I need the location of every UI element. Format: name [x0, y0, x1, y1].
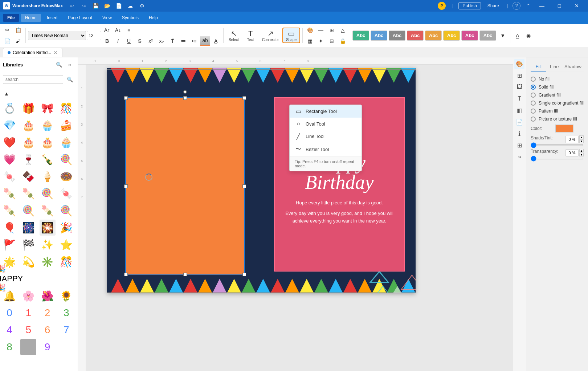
- line-tool-menu-item[interactable]: ╱ Line Tool: [290, 130, 362, 143]
- menu-help[interactable]: Help: [144, 14, 162, 22]
- fill-option-no-fill[interactable]: No fill: [531, 77, 584, 82]
- line-style-toolbar[interactable]: ―: [316, 25, 326, 35]
- shape-tool[interactable]: ▭ Shape: [282, 28, 300, 43]
- highlight-button[interactable]: ab: [200, 36, 210, 46]
- bullet-button[interactable]: •≡: [189, 36, 199, 46]
- transparency-value-input[interactable]: [565, 149, 579, 156]
- shape-style-toolbar[interactable]: ◉: [523, 30, 534, 41]
- connector-tool[interactable]: ↗ Connector: [259, 28, 282, 42]
- list-item[interactable]: 🍩: [58, 168, 74, 184]
- transparency-slider[interactable]: [531, 158, 584, 159]
- text-tool[interactable]: T Text: [242, 29, 258, 42]
- search-toggle[interactable]: 🔍: [54, 60, 64, 70]
- doc-tab-1[interactable]: Celebration Birthd... ✕: [3, 48, 62, 57]
- handle-tm[interactable]: [183, 96, 187, 100]
- menu-home[interactable]: Home: [21, 14, 41, 22]
- expand-right-btn[interactable]: »: [514, 152, 524, 162]
- superscript-button[interactable]: x²: [146, 36, 156, 46]
- tab-close-icon[interactable]: ✕: [53, 50, 58, 56]
- scroll-up[interactable]: ▲: [1, 89, 12, 99]
- list-item[interactable]: 4: [1, 322, 17, 338]
- list-item[interactable]: 💍: [1, 100, 17, 116]
- color-swatch[interactable]: [555, 125, 573, 132]
- handle-mr[interactable]: [242, 184, 246, 188]
- transparency-up[interactable]: ▲: [579, 149, 584, 152]
- font-family-select[interactable]: Times New Roman Arial Calibri: [28, 31, 86, 40]
- list-item[interactable]: ❤️: [1, 134, 17, 150]
- style-preset-3[interactable]: Abc: [389, 30, 405, 41]
- list-item[interactable]: 🎊: [58, 100, 74, 116]
- font-size-input[interactable]: [87, 31, 101, 40]
- italic-button[interactable]: I: [113, 36, 123, 46]
- list-item[interactable]: [20, 339, 36, 355]
- list-item[interactable]: 7: [58, 322, 74, 338]
- menu-view[interactable]: View: [98, 14, 116, 22]
- list-item[interactable]: 🍬: [1, 168, 17, 184]
- shade-value-input[interactable]: [565, 136, 579, 143]
- handle-tl[interactable]: [124, 96, 128, 100]
- cut-button[interactable]: ✂: [2, 25, 12, 35]
- list-item[interactable]: 🎂: [20, 134, 36, 150]
- image-btn[interactable]: 🖼: [514, 82, 524, 92]
- menu-symbols[interactable]: Symbols: [118, 14, 143, 22]
- list-item[interactable]: 🌻: [58, 288, 74, 304]
- list-item[interactable]: 💎: [1, 117, 17, 133]
- fill-option-gradient[interactable]: Gradient fill: [531, 93, 584, 98]
- list-item[interactable]: 🍡: [1, 203, 17, 219]
- text-shadow-button[interactable]: T̈: [167, 36, 177, 46]
- list-item[interactable]: 🎊: [58, 254, 74, 270]
- fill-option-picture[interactable]: Picture or texture fill: [531, 117, 584, 122]
- style-preset-6[interactable]: Abc: [443, 30, 460, 41]
- fill-color-toolbar[interactable]: 🎨: [305, 25, 315, 35]
- gradient-toolbar[interactable]: ▦: [305, 36, 315, 46]
- rectangle-tool-menu-item[interactable]: ▭ Rectangle Tool: [290, 105, 362, 118]
- font-color-button[interactable]: A̲: [211, 36, 221, 46]
- list-button[interactable]: ≔: [178, 36, 188, 46]
- menu-insert[interactable]: Insert: [42, 14, 62, 22]
- oval-tool-menu-item[interactable]: ○ Oval Tool: [290, 118, 362, 130]
- shade-up[interactable]: ▲: [579, 135, 584, 139]
- fill-option-pattern[interactable]: Pattern fill: [531, 109, 584, 114]
- list-item[interactable]: 🎁: [20, 100, 36, 116]
- tab-shadow[interactable]: Shadow: [562, 62, 584, 72]
- lock-toolbar[interactable]: 🔒: [338, 36, 348, 46]
- text-panel-btn[interactable]: T: [514, 94, 524, 104]
- align-button[interactable]: ≡: [124, 25, 134, 35]
- expand-button[interactable]: ⌃: [523, 1, 534, 11]
- subscript-button[interactable]: x₂: [156, 36, 167, 46]
- list-item[interactable]: 0: [1, 305, 17, 321]
- style-preset-2[interactable]: Abc: [371, 30, 387, 41]
- handle-bm[interactable]: [183, 273, 187, 276]
- handle-bl[interactable]: [124, 273, 128, 276]
- copy-button[interactable]: 📋: [13, 25, 23, 35]
- layout-btn[interactable]: ⊞: [514, 70, 524, 81]
- orange-rectangle[interactable]: [125, 97, 245, 275]
- grid-btn[interactable]: ⊞: [514, 140, 524, 150]
- open-button[interactable]: 📂: [102, 1, 112, 11]
- bold-button[interactable]: B: [102, 36, 112, 46]
- rotate-handle[interactable]: [183, 90, 187, 94]
- list-item[interactable]: ✨: [40, 237, 56, 253]
- list-item[interactable]: 🚩: [1, 237, 17, 253]
- list-item[interactable]: 5: [20, 322, 36, 338]
- list-item[interactable]: 🎆: [20, 220, 36, 236]
- list-item[interactable]: 🎉: [58, 220, 74, 236]
- align-distribute[interactable]: ⊟: [327, 36, 337, 46]
- list-item[interactable]: 🎂: [20, 117, 36, 133]
- minimize-button[interactable]: —: [534, 0, 550, 12]
- style-preset-5[interactable]: Abc: [425, 30, 442, 41]
- list-item[interactable]: 🍾: [40, 151, 56, 167]
- collapse-panel[interactable]: «: [65, 60, 75, 70]
- effects-toolbar[interactable]: ✦: [316, 36, 326, 46]
- menu-file[interactable]: File: [3, 14, 19, 22]
- list-item[interactable]: 🍡: [1, 186, 17, 201]
- list-item[interactable]: 🍰: [58, 117, 74, 133]
- font-size-decrease[interactable]: A↓: [113, 25, 123, 35]
- list-item[interactable]: ⭐: [58, 237, 74, 253]
- list-item[interactable]: ✳️: [40, 254, 56, 270]
- tab-fill[interactable]: Fill: [531, 62, 547, 72]
- list-item[interactable]: 🧁: [40, 117, 56, 133]
- fill-panel-btn[interactable]: 🎨: [514, 59, 524, 69]
- list-item[interactable]: 🔔: [1, 288, 17, 304]
- list-item[interactable]: 💗: [1, 151, 17, 167]
